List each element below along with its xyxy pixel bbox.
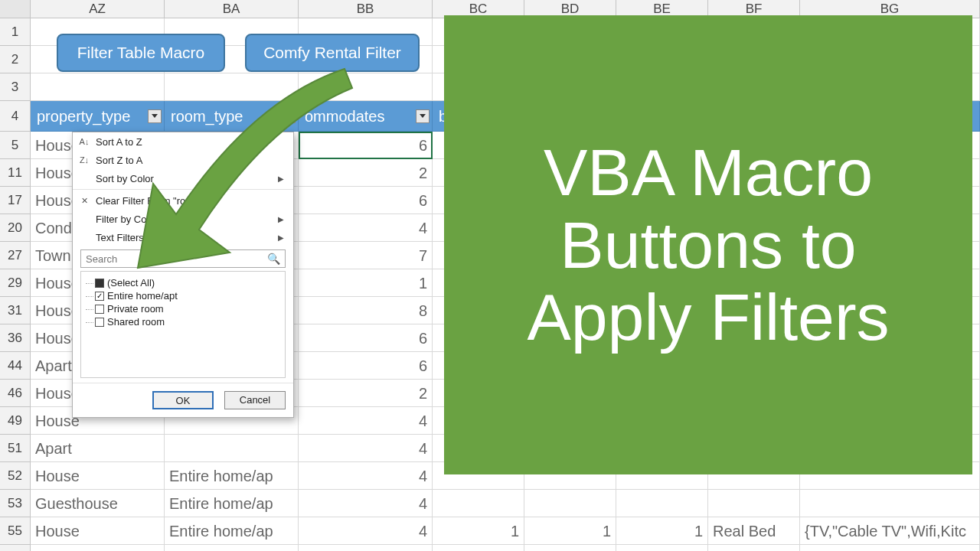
row-header[interactable]: 2	[0, 46, 31, 73]
table-header-room-type: room_type	[165, 101, 299, 132]
cell[interactable]: Entire home/ap	[165, 490, 299, 517]
cell[interactable]: House	[31, 517, 165, 545]
cell[interactable]: 4	[299, 517, 433, 545]
checkbox-icon[interactable]	[95, 318, 104, 327]
col-header-ba[interactable]: BA	[165, 0, 299, 18]
cell[interactable]: 1	[299, 269, 433, 297]
cell[interactable]: 6	[299, 187, 433, 214]
search-input[interactable]	[86, 253, 267, 265]
cell[interactable]	[800, 490, 980, 517]
sort-by-color[interactable]: Sort by Color▶	[73, 169, 293, 187]
cell[interactable]: 8	[299, 297, 433, 324]
cell[interactable]: Apart	[31, 435, 165, 462]
checkbox-icon[interactable]	[95, 305, 104, 314]
row-header[interactable]: 29	[0, 269, 31, 297]
sort-desc-icon: Z↓	[77, 155, 91, 165]
cell[interactable]: 1	[616, 517, 708, 545]
row-header[interactable]: 5	[0, 132, 31, 159]
filter-dropdown-icon[interactable]	[148, 109, 162, 123]
cell[interactable]: 2	[299, 380, 433, 407]
checkbox-mixed-icon[interactable]	[95, 279, 104, 288]
cell[interactable]: House	[31, 462, 165, 490]
panel-line: Apply Filters	[527, 280, 889, 354]
filter-dropdown-icon[interactable]	[416, 109, 430, 123]
comfy-rental-filter-button[interactable]: Comfy Rental Filter	[245, 34, 420, 72]
cell[interactable]: 1	[524, 545, 616, 551]
select-all-corner[interactable]	[0, 0, 31, 18]
cell[interactable]: 6	[299, 352, 433, 380]
filter-by-color[interactable]: Filter by Color▶	[73, 210, 293, 228]
cell[interactable]: 4	[299, 490, 433, 517]
panel-line: Buttons to	[560, 208, 856, 282]
cell[interactable]: 1	[524, 517, 616, 545]
cell[interactable]: 4	[299, 435, 433, 462]
filter-checklist: (Select All) Entire home/apt Private roo…	[80, 271, 286, 378]
cell[interactable]: Real Bed	[708, 545, 800, 551]
cell[interactable]: Cottage	[31, 545, 165, 551]
row-header[interactable]: 53	[0, 490, 31, 517]
cell[interactable]: Entire home/ap	[165, 545, 299, 551]
filter-option[interactable]: Private room	[84, 302, 282, 315]
cell[interactable]: 2	[299, 159, 433, 187]
cell[interactable]: 4	[299, 462, 433, 490]
row-header[interactable]: 55	[0, 517, 31, 545]
cell[interactable]: Real Bed	[708, 517, 800, 545]
row-header[interactable]: 46	[0, 380, 31, 407]
filter-table-macro-button[interactable]: Filter Table Macro	[57, 34, 225, 72]
row-header[interactable]: 20	[0, 214, 31, 242]
cell[interactable]: 1	[433, 517, 524, 545]
sort-a-to-z[interactable]: A↓Sort A to Z	[73, 132, 293, 151]
cell[interactable]: {TV,"Cable TV",Wifi,Kitc	[800, 517, 980, 545]
row-header[interactable]: 27	[0, 242, 31, 269]
sort-z-to-a[interactable]: Z↓Sort Z to A	[73, 151, 293, 169]
col-header-az[interactable]: AZ	[31, 0, 165, 18]
cell[interactable]: 1	[433, 545, 524, 551]
filter-dropdown-menu: A↓Sort A to Z Z↓Sort Z to A Sort by Colo…	[72, 132, 294, 418]
row-header[interactable]: 3	[0, 73, 31, 101]
panel-line: VBA Macro	[544, 135, 873, 209]
cell[interactable]: 3	[616, 545, 708, 551]
text-filters[interactable]: Text Filters▶	[73, 228, 293, 246]
cell[interactable]	[524, 490, 616, 517]
clear-filter-icon: ✕	[77, 196, 91, 206]
ok-button[interactable]: OK	[152, 391, 214, 409]
table-header-accommodates: ommodates	[299, 101, 433, 132]
row-header[interactable]: 52	[0, 462, 31, 490]
row-header[interactable]: 4	[0, 101, 31, 132]
filter-search-box[interactable]: 🔍	[80, 249, 286, 268]
row-header[interactable]: 49	[0, 407, 31, 435]
clear-filter[interactable]: ✕Clear Filter From "room_t...	[73, 191, 293, 210]
row-header[interactable]: 63	[0, 545, 31, 551]
filter-dropdown-icon[interactable]	[282, 109, 296, 123]
cell[interactable]	[708, 490, 800, 517]
cell[interactable]: Entire home/ap	[165, 517, 299, 545]
col-header-bb[interactable]: BB	[299, 0, 433, 18]
cell[interactable]	[165, 435, 299, 462]
cell[interactable]: {TV,"Cable TV",Internet,	[800, 545, 980, 551]
row-header[interactable]: 11	[0, 159, 31, 187]
row-header[interactable]: 31	[0, 297, 31, 324]
row-header[interactable]: 17	[0, 187, 31, 214]
cancel-button[interactable]: Cancel	[224, 391, 286, 409]
row-header[interactable]: 51	[0, 435, 31, 462]
checkbox-checked-icon[interactable]	[95, 292, 104, 301]
cell[interactable]: 4	[299, 545, 433, 551]
chevron-right-icon: ▶	[278, 233, 284, 242]
cell[interactable]	[616, 490, 708, 517]
row-header[interactable]: 36	[0, 324, 31, 352]
chevron-right-icon: ▶	[278, 215, 284, 223]
cell[interactable]: 7	[299, 242, 433, 269]
cell[interactable]: Guesthouse	[31, 490, 165, 517]
table-row: 53GuesthouseEntire home/ap4	[0, 490, 980, 517]
cell[interactable]: 4	[299, 407, 433, 435]
filter-option-select-all[interactable]: (Select All)	[84, 276, 282, 289]
cell[interactable]: Entire home/ap	[165, 462, 299, 490]
filter-option[interactable]: Entire home/apt	[84, 289, 282, 302]
cell[interactable]	[433, 490, 524, 517]
cell[interactable]: 6	[299, 132, 433, 159]
filter-option[interactable]: Shared room	[84, 315, 282, 328]
cell[interactable]: 6	[299, 324, 433, 352]
cell[interactable]: 4	[299, 214, 433, 242]
row-header[interactable]: 44	[0, 352, 31, 380]
row-header[interactable]: 1	[0, 18, 31, 46]
